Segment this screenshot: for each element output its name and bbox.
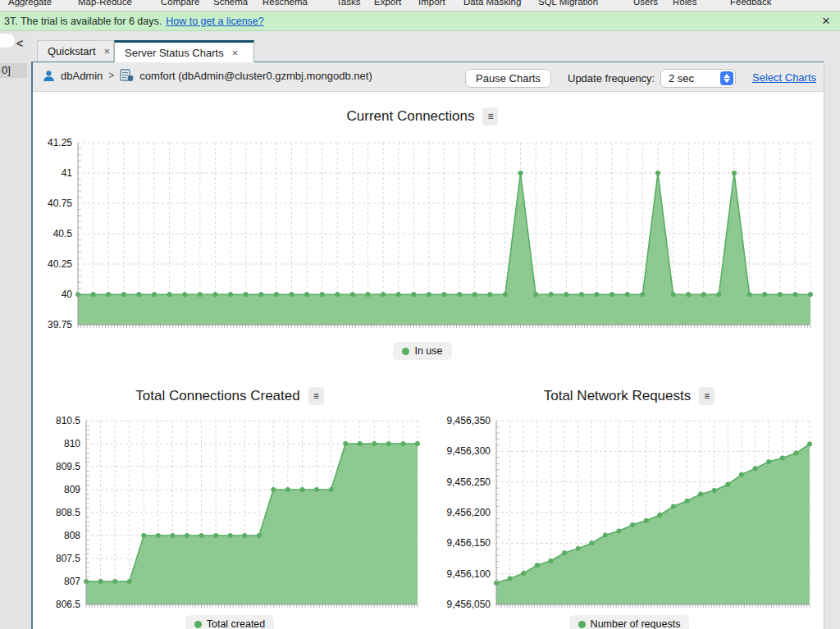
- total-connections-created-chart: 806.5807807.5808808.5809809.5810810.5: [33, 414, 427, 615]
- svg-text:40: 40: [62, 289, 73, 300]
- stepper-icon[interactable]: [720, 71, 733, 85]
- svg-text:41.25: 41.25: [48, 137, 72, 148]
- chart3-legend-row: Number of requests: [435, 615, 824, 629]
- svg-text:9,456,250: 9,456,250: [447, 476, 491, 488]
- tab-server-status-charts[interactable]: Server Status Charts ×: [114, 40, 254, 62]
- trial-notification-bar: 3T. The trial is available for 6 days. H…: [0, 11, 840, 31]
- chart1-legend-row: In use: [33, 342, 812, 360]
- svg-text:808.5: 808.5: [56, 507, 80, 518]
- svg-text:809.5: 809.5: [56, 461, 80, 472]
- svg-text:40.75: 40.75: [48, 198, 72, 209]
- toolbar-item-import[interactable]: Import: [418, 0, 445, 7]
- toolbar-item-tasks[interactable]: Tasks: [336, 0, 360, 7]
- breadcrumb-user[interactable]: dbAdmin: [61, 70, 103, 82]
- breadcrumb-target: comfort (dbAdmin@cluster0.gzmbj.mongodb.…: [139, 70, 372, 82]
- svg-text:809: 809: [64, 484, 80, 495]
- chart2-legend-row: Total created: [33, 615, 427, 629]
- chart2-title: Total Connections Created: [135, 388, 299, 404]
- svg-text:806.5: 806.5: [56, 599, 80, 610]
- svg-text:810: 810: [64, 438, 80, 449]
- update-frequency-label: Update frequency:: [568, 72, 655, 84]
- svg-text:9,456,050: 9,456,050: [447, 599, 491, 610]
- svg-text:39.75: 39.75: [48, 319, 72, 330]
- toolbar-item-roles[interactable]: Roles: [673, 0, 696, 7]
- panel-border: [824, 62, 824, 629]
- app-window: AggregateMap-ReduceCompareSchemaReschema…: [0, 0, 840, 629]
- breadcrumb: dbAdmin > comfort (dbAdmin@cluster0.gzmb…: [43, 69, 372, 82]
- panel-header: dbAdmin > comfort (dbAdmin@cluster0.gzmb…: [33, 62, 824, 92]
- svg-text:810.5: 810.5: [56, 415, 80, 426]
- frequency-select[interactable]: 2 sec: [660, 69, 736, 88]
- toolbar-item-map-reduce[interactable]: Map-Reduce: [78, 0, 132, 7]
- tab-quickstart[interactable]: Quickstart ×: [37, 40, 114, 62]
- collapse-sidebar-icon[interactable]: <: [16, 37, 23, 50]
- svg-text:807: 807: [64, 576, 80, 587]
- legend-dot-icon: [578, 621, 586, 628]
- tab-label: Server Status Charts: [125, 47, 224, 59]
- pause-charts-button[interactable]: Pause Charts: [465, 69, 551, 88]
- toolbar-item-feedback[interactable]: Feedback: [730, 0, 772, 7]
- svg-text:9,456,350: 9,456,350: [447, 415, 491, 426]
- svg-text:9,456,200: 9,456,200: [447, 507, 491, 518]
- toolbar-item-reschema[interactable]: Reschema: [262, 0, 308, 7]
- svg-text:9,456,300: 9,456,300: [447, 445, 491, 457]
- toolbar-item-compare[interactable]: Compare: [161, 0, 199, 7]
- frequency-value: 2 sec: [669, 72, 694, 84]
- chart-menu-icon[interactable]: ≡: [699, 387, 714, 405]
- select-charts-link[interactable]: Select Charts: [752, 71, 816, 84]
- total-network-requests-chart: 9,456,0509,456,1009,456,1509,456,2009,45…: [435, 414, 824, 615]
- toolbar-item-aggregate[interactable]: Aggregate: [8, 0, 52, 7]
- close-icon[interactable]: ×: [232, 47, 239, 59]
- chart3-title: Total Network Requests: [544, 388, 692, 404]
- legend-in-use: In use: [393, 342, 451, 360]
- top-toolbar: AggregateMap-ReduceCompareSchemaReschema…: [0, 0, 840, 11]
- svg-text:40.5: 40.5: [53, 228, 73, 239]
- toolbar-item-users[interactable]: Users: [633, 0, 658, 7]
- chart2-title-row: Total Connections Created ≡: [33, 387, 427, 405]
- toolbar-item-sql-migration[interactable]: SQL Migration: [538, 0, 598, 7]
- sidebar-item-partial[interactable]: 0]: [0, 63, 27, 78]
- database-collection-icon: [120, 69, 134, 82]
- legend-dot-icon: [402, 348, 409, 355]
- svg-text:9,456,150: 9,456,150: [447, 537, 491, 549]
- svg-text:41: 41: [62, 167, 73, 179]
- chart1-title-row: Current Connections ≡: [33, 107, 812, 125]
- close-icon[interactable]: ×: [104, 45, 111, 57]
- breadcrumb-separator-icon: >: [108, 70, 114, 81]
- svg-text:40.25: 40.25: [48, 258, 72, 270]
- close-icon[interactable]: ✕: [819, 15, 833, 27]
- toolbar-item-export[interactable]: Export: [374, 0, 401, 7]
- chart1-title: Current Connections: [347, 108, 475, 125]
- tab-label: Quickstart: [48, 45, 96, 57]
- legend-number-of-requests: Number of requests: [569, 615, 690, 629]
- license-link[interactable]: How to get a license?: [166, 16, 264, 27]
- legend-total-created: Total created: [185, 615, 275, 629]
- panel-border: [31, 62, 33, 629]
- legend-dot-icon: [194, 621, 202, 628]
- chart-menu-icon[interactable]: ≡: [308, 387, 324, 405]
- trial-message: 3T. The trial is available for 6 days.: [4, 16, 162, 27]
- sidebar-strip: < 0]: [0, 31, 31, 629]
- toolbar-item-schema[interactable]: Schema: [213, 0, 248, 7]
- current-connections-chart: 39.754040.2540.540.754141.25: [33, 131, 816, 335]
- svg-text:807.5: 807.5: [56, 553, 80, 564]
- svg-text:808: 808: [64, 530, 80, 541]
- toolbar-item-data-masking[interactable]: Data Masking: [463, 0, 521, 7]
- sidebar-field-remnant: [0, 34, 15, 48]
- chart-menu-icon[interactable]: ≡: [482, 107, 498, 125]
- user-icon: [43, 70, 55, 82]
- svg-text:9,456,100: 9,456,100: [447, 568, 491, 580]
- chart3-title-row: Total Network Requests ≡: [435, 387, 824, 405]
